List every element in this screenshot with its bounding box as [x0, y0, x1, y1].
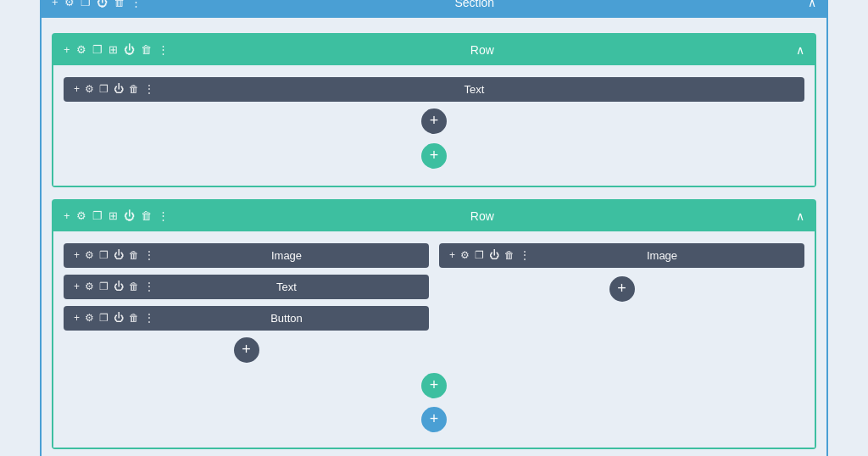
row-2-wrapper: + ⚙ ❐ ⊞ ⏻ 🗑 ⋮ Row ∧: [52, 199, 816, 449]
col-right: + ⚙ ❐ ⏻ 🗑 ⋮ Image: [439, 243, 804, 368]
text-copy-icon[interactable]: ❐: [99, 83, 108, 95]
text-left-title: Text: [154, 281, 419, 293]
txt-left-add-icon[interactable]: +: [74, 281, 80, 292]
section-wrapper: + ⚙ ❐ ⏻ 🗑 ⋮ Section ∧ + ⚙ ❐ ⊞ ⏻: [40, 0, 828, 456]
row-1-wrapper: + ⚙ ❐ ⊞ ⏻ 🗑 ⋮ Row ∧ +: [52, 33, 816, 187]
row1-delete-icon[interactable]: 🗑: [141, 43, 152, 56]
section-inner: + ⚙ ❐ ⊞ ⏻ 🗑 ⋮ Row ∧ +: [42, 18, 826, 457]
row2-add-section-button[interactable]: +: [421, 407, 447, 432]
section-header: + ⚙ ❐ ⏻ 🗑 ⋮ Section ∧: [42, 0, 826, 18]
text-more-icon[interactable]: ⋮: [144, 83, 154, 95]
section-add-icon[interactable]: +: [52, 0, 58, 8]
main-container: + ⚙ ❐ ⏻ 🗑 ⋮ Section ∧ + ⚙ ❐ ⊞ ⏻: [40, 0, 828, 456]
text-module-title: Text: [154, 83, 794, 96]
row1-grid-icon[interactable]: ⊞: [108, 43, 118, 56]
section-toolbar[interactable]: + ⚙ ❐ ⏻ 🗑 ⋮: [52, 0, 142, 8]
row2-copy-icon[interactable]: ❐: [92, 209, 103, 222]
row2-power-icon[interactable]: ⏻: [124, 209, 135, 222]
section-chevron-icon[interactable]: ∧: [808, 0, 816, 9]
img-right-more-icon[interactable]: ⋮: [520, 249, 530, 261]
row-2-content: + ⚙ ❐ ⏻ 🗑 ⋮ Image: [53, 231, 815, 448]
button-module-bar-left: + ⚙ ❐ ⏻ 🗑 ⋮ Button: [64, 306, 429, 331]
text-add-icon[interactable]: +: [74, 83, 80, 95]
row1-add-icon[interactable]: +: [64, 43, 70, 56]
row1-power-icon[interactable]: ⏻: [124, 43, 135, 56]
txt-left-copy-icon[interactable]: ❐: [99, 281, 108, 292]
text-left-toolbar[interactable]: + ⚙ ❐ ⏻ 🗑 ⋮: [74, 281, 154, 292]
row2-gear-icon[interactable]: ⚙: [76, 209, 86, 222]
button-left-toolbar[interactable]: + ⚙ ❐ ⏻ 🗑 ⋮: [74, 312, 154, 324]
txt-left-delete-icon[interactable]: 🗑: [129, 281, 139, 292]
img-right-gear-icon[interactable]: ⚙: [460, 249, 470, 261]
row2-more-icon[interactable]: ⋮: [158, 209, 169, 222]
row-1-toolbar[interactable]: + ⚙ ❐ ⊞ ⏻ 🗑 ⋮: [64, 43, 169, 56]
row-1-title: Row: [169, 43, 796, 57]
section-more-icon[interactable]: ⋮: [131, 0, 142, 8]
button-left-title: Button: [154, 312, 419, 325]
two-col-layout: + ⚙ ❐ ⏻ 🗑 ⋮ Image: [64, 243, 804, 368]
row1-more-icon[interactable]: ⋮: [158, 43, 169, 56]
text-gear-icon[interactable]: ⚙: [85, 83, 94, 95]
btn-left-more-icon[interactable]: ⋮: [144, 312, 154, 324]
row2-grid-icon[interactable]: ⊞: [108, 209, 118, 222]
row1-chevron-icon[interactable]: ∧: [796, 43, 804, 57]
txt-left-power-icon[interactable]: ⏻: [114, 281, 124, 292]
col-right-add-button[interactable]: +: [609, 276, 635, 302]
btn-left-power-icon[interactable]: ⏻: [114, 312, 124, 324]
text-power-icon[interactable]: ⏻: [114, 83, 124, 95]
row1-copy-icon[interactable]: ❐: [92, 43, 103, 56]
section-power-icon[interactable]: ⏻: [97, 0, 108, 8]
section-title: Section: [142, 0, 808, 9]
image-left-toolbar[interactable]: + ⚙ ❐ ⏻ 🗑 ⋮: [74, 249, 154, 261]
img-right-copy-icon[interactable]: ❐: [475, 249, 484, 261]
row-1-content: + ⚙ ❐ ⏻ 🗑 ⋮ Text + +: [53, 65, 815, 186]
section-delete-icon[interactable]: 🗑: [114, 0, 125, 8]
img-right-power-icon[interactable]: ⏻: [489, 249, 499, 261]
section-gear-icon[interactable]: ⚙: [64, 0, 75, 8]
txt-left-more-icon[interactable]: ⋮: [144, 281, 154, 292]
img-left-power-icon[interactable]: ⏻: [114, 249, 124, 261]
img-right-add-icon[interactable]: +: [449, 249, 455, 261]
btn-left-add-icon[interactable]: +: [74, 312, 80, 324]
row-1-header: + ⚙ ❐ ⊞ ⏻ 🗑 ⋮ Row ∧: [53, 35, 815, 65]
image-module-bar-left: + ⚙ ❐ ⏻ 🗑 ⋮ Image: [64, 243, 429, 268]
row2-chevron-icon[interactable]: ∧: [796, 209, 804, 223]
section-copy-icon[interactable]: ❐: [81, 0, 91, 8]
img-left-more-icon[interactable]: ⋮: [144, 249, 154, 261]
img-left-copy-icon[interactable]: ❐: [99, 249, 108, 261]
btn-left-copy-icon[interactable]: ❐: [99, 312, 108, 324]
col-left-add-button[interactable]: +: [234, 337, 259, 363]
btn-left-gear-icon[interactable]: ⚙: [85, 312, 94, 324]
text-delete-icon[interactable]: 🗑: [129, 83, 139, 95]
row-2-title: Row: [169, 209, 796, 223]
img-left-add-icon[interactable]: +: [74, 249, 80, 261]
row2-add-icon[interactable]: +: [64, 209, 70, 222]
text-module-toolbar[interactable]: + ⚙ ❐ ⏻ 🗑 ⋮: [74, 83, 154, 95]
btn-left-delete-icon[interactable]: 🗑: [129, 312, 139, 324]
row2-bottom-buttons: + +: [64, 368, 804, 436]
img-left-gear-icon[interactable]: ⚙: [85, 249, 94, 261]
img-left-delete-icon[interactable]: 🗑: [129, 249, 139, 261]
col-left: + ⚙ ❐ ⏻ 🗑 ⋮ Image: [64, 243, 429, 368]
text-module-bar: + ⚙ ❐ ⏻ 🗑 ⋮ Text: [64, 77, 804, 102]
text-module-bar-left: + ⚙ ❐ ⏻ 🗑 ⋮ Text: [64, 275, 429, 299]
row2-add-row-button[interactable]: +: [421, 373, 447, 398]
row-2-toolbar[interactable]: + ⚙ ❐ ⊞ ⏻ 🗑 ⋮: [64, 209, 169, 222]
txt-left-gear-icon[interactable]: ⚙: [85, 281, 94, 292]
row1-gear-icon[interactable]: ⚙: [76, 43, 86, 56]
img-right-delete-icon[interactable]: 🗑: [504, 249, 515, 261]
row1-add-row-button[interactable]: +: [421, 143, 447, 169]
image-right-title: Image: [530, 249, 794, 262]
row-2-header: + ⚙ ❐ ⊞ ⏻ 🗑 ⋮ Row ∧: [53, 201, 815, 231]
image-right-toolbar[interactable]: + ⚙ ❐ ⏻ 🗑 ⋮: [449, 249, 530, 261]
image-module-bar-right: + ⚙ ❐ ⏻ 🗑 ⋮ Image: [439, 243, 804, 268]
image-left-title: Image: [154, 249, 419, 262]
row2-delete-icon[interactable]: 🗑: [141, 209, 152, 222]
row1-add-module-button[interactable]: +: [421, 108, 447, 134]
